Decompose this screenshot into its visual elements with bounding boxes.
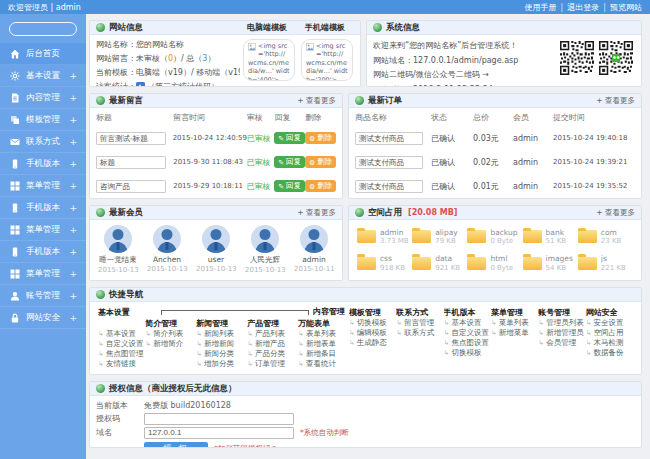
authorize-button[interactable]: 授 权 [144, 442, 208, 448]
phone-icon [9, 158, 20, 169]
sidebar-item-mobile[interactable]: 手机版本 + [0, 153, 86, 175]
sidebar-item-menus-2[interactable]: 菜单管理 + [0, 219, 86, 241]
delete-button[interactable]: ⚙删除 [305, 180, 336, 192]
member-card[interactable]: user2015-10-13 [196, 225, 236, 274]
quicknav-link[interactable]: ↳查看统计 [298, 359, 349, 369]
panel-quick-nav: 快捷导航 基本设置 ↳基本设置 ↳自定义设置 ↳焦点图管理 ↳友情链接 内容管理 [89, 287, 642, 375]
expand-plus-icon[interactable]: + [69, 137, 77, 147]
message-title[interactable]: 标题 [96, 156, 166, 169]
order-product[interactable]: 测试支付商品 [355, 180, 423, 193]
expand-plus-icon[interactable]: + [69, 225, 77, 235]
quicknav-link[interactable]: ↳友情链接 [98, 359, 145, 369]
quicknav-link[interactable]: ↳新增管理员 [538, 328, 585, 338]
quicknav-link[interactable]: ↳数据备份 [586, 348, 633, 358]
logout-link[interactable]: 退出登录 [567, 2, 599, 13]
order-product[interactable]: 测试支付商品 [355, 156, 423, 169]
sidebar-search-input[interactable] [9, 22, 77, 36]
delete-button[interactable]: ⚙删除 [305, 156, 336, 168]
expand-plus-icon[interactable]: + [69, 269, 77, 279]
view-more-link[interactable]: + 查看更多 [596, 208, 635, 218]
sidebar-item-contact[interactable]: 联系方式 + [0, 131, 86, 153]
member-card[interactable]: admin2015-10-11 [294, 225, 334, 274]
how-to-get-code-link[interactable]: *如何获得授权码？ [214, 444, 278, 448]
quicknav-link[interactable]: ↳安全设置 [586, 318, 633, 328]
reply-button[interactable]: ✎回复 [274, 132, 305, 144]
sidebar-item-accounts[interactable]: 账号管理 + [0, 285, 86, 307]
quicknav-link[interactable]: ↳产品列表 [247, 329, 298, 339]
quicknav-link[interactable]: ↳简介列表 [145, 329, 196, 339]
reply-button[interactable]: ✎回复 [274, 156, 305, 168]
message-title[interactable]: 咨询产品 [96, 180, 166, 193]
sidebar-item-mobile-2[interactable]: 手机版本 + [0, 197, 86, 219]
expand-plus-icon[interactable]: + [69, 291, 77, 301]
license-code-input[interactable] [144, 413, 294, 425]
quicknav-link[interactable]: ↳切换模板 [444, 348, 491, 358]
quicknav-link[interactable]: ↳木马检测 [586, 338, 633, 348]
quicknav-link[interactable]: ↳基本设置 [98, 329, 145, 339]
expand-plus-icon[interactable]: + [69, 115, 77, 125]
quicknav-link[interactable]: ↳新增简介 [145, 339, 196, 349]
quicknav-link[interactable]: ↳新增新闻 [196, 339, 247, 349]
expand-plus-icon[interactable]: + [69, 203, 77, 213]
view-more-link[interactable]: + 查看更多 [297, 96, 336, 106]
quicknav-link[interactable]: ↳切换模板 [349, 318, 396, 328]
sidebar-item-templates[interactable]: 模板管理 + [0, 109, 86, 131]
quicknav-link[interactable]: ↳空间占用 [586, 328, 633, 338]
quicknav-link[interactable]: ↳焦点图管理 [98, 349, 145, 359]
quicknav-link[interactable]: ↳编辑模板 [349, 328, 396, 338]
view-more-link[interactable]: + 查看更多 [596, 96, 635, 106]
submit-row: 授 权 *如何获得授权码？ [96, 441, 635, 448]
delete-button[interactable]: ⚙删除 [305, 132, 336, 144]
quicknav-link[interactable]: ↳新闻列表 [196, 329, 247, 339]
quicknav-link[interactable]: ↳留言管理 [396, 318, 443, 328]
message-title[interactable]: 留言测试-标题 [96, 132, 166, 145]
expand-plus-icon[interactable]: + [69, 313, 77, 323]
view-more-link[interactable]: + 查看更多 [297, 208, 336, 218]
expand-plus-icon[interactable]: + [69, 159, 77, 169]
quicknav-link[interactable]: ↳自定义设置 [444, 328, 491, 338]
sidebar-item-content[interactable]: 内容管理 + [0, 87, 86, 109]
quicknav-link[interactable]: ↳管理员列表 [538, 318, 585, 328]
quicknav-link[interactable]: ↳新闻分类 [196, 349, 247, 359]
quicknav-link[interactable]: ↳生成静态 [349, 338, 396, 348]
quicknav-link[interactable]: ↳新增表单 [298, 339, 349, 349]
member-date: 2015-10-11 [294, 265, 334, 273]
sidebar-item-home[interactable]: 后台首页 [0, 43, 86, 65]
quicknav-link[interactable]: ↳会员管理 [538, 338, 585, 348]
member-card[interactable]: 人民光辉2015-10-13 [245, 225, 285, 274]
quicknav-link[interactable]: ↳焦点图设置 [444, 338, 491, 348]
sidebar-item-menus-3[interactable]: 菜单管理 + [0, 263, 86, 285]
quicknav-link[interactable]: ↳增加分类 [196, 359, 247, 369]
domain-input[interactable] [144, 427, 294, 439]
sidebar-item-security[interactable]: 网站安全 + [0, 307, 86, 329]
reply-button[interactable]: ✎回复 [274, 180, 305, 192]
expand-plus-icon[interactable]: + [69, 93, 77, 103]
expand-plus-icon[interactable]: + [69, 71, 77, 81]
message-time: 2015-10-24 12:40:59 [173, 134, 247, 142]
quicknav-link[interactable]: ↳产品分类 [247, 349, 298, 359]
quicknav-link[interactable]: ↳菜单列表 [491, 318, 538, 328]
member-card[interactable]: 睡一觉结束2015-10-13 [98, 225, 138, 274]
folder-icon [412, 257, 431, 270]
quicknav-link[interactable]: ↳表单列表 [298, 329, 349, 339]
sidebar-item-mobile-3[interactable]: 手机版本 + [0, 241, 86, 263]
quicknav-link[interactable]: ↳新增产品 [247, 339, 298, 349]
quicknav-link[interactable]: ↳订单管理 [247, 359, 298, 369]
separator: | [603, 3, 606, 12]
preview-site-link[interactable]: 预览网站 [610, 2, 642, 13]
quicknav-link[interactable]: ↳基本设置 [444, 318, 491, 328]
order-product[interactable]: 测试支付商品 [355, 132, 423, 145]
manual-link[interactable]: 使用手册 [525, 2, 557, 13]
folder-name: data [435, 254, 460, 263]
folder-icon [412, 230, 431, 243]
member-card[interactable]: Anchen2015-10-13 [147, 225, 187, 274]
quicknav-link[interactable]: ↳自定义设置 [98, 339, 145, 349]
quicknav-link[interactable]: ↳新增条目 [298, 349, 349, 359]
quicknav-link[interactable]: ↳联系方式 [396, 328, 443, 338]
sidebar-item-basic-settings[interactable]: 基本设置 + [0, 65, 86, 87]
expand-plus-icon[interactable]: + [69, 247, 77, 257]
sidebar-item-menus[interactable]: 菜单管理 + [0, 175, 86, 197]
quicknav-link[interactable]: ↳新增菜单 [491, 328, 538, 338]
stats-icon[interactable] [136, 82, 145, 88]
expand-plus-icon[interactable]: + [69, 181, 77, 191]
